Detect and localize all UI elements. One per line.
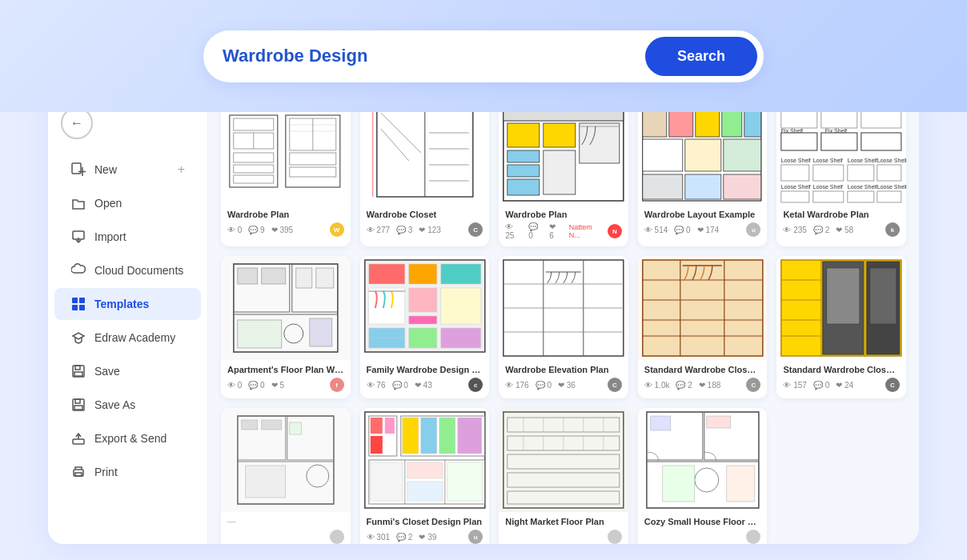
template-card[interactable]: Night Market Floor Plan	[499, 408, 628, 544]
svg-rect-175	[439, 418, 455, 454]
svg-rect-5	[72, 298, 78, 303]
svg-rect-65	[685, 174, 721, 199]
like-count: ❤ 123	[419, 226, 440, 234]
svg-rect-112	[408, 316, 436, 324]
card-info: Wardrobe Plan 👁 0 💬 9 ❤ 395 W	[221, 205, 351, 243]
app-container: ← New + Open Import Cloud Documents	[48, 88, 919, 544]
template-card[interactable]: Standard Wardrobe Closet Plan 👁 157 💬 0 …	[776, 256, 906, 398]
search-input[interactable]	[223, 46, 645, 66]
template-card[interactable]: Standard Wardrobe Closet Design 👁 1.0k 💬…	[638, 256, 768, 398]
search-container: Search	[203, 30, 764, 82]
svg-rect-162	[242, 420, 258, 430]
svg-text:Loose Shelf: Loose Shelf	[813, 158, 843, 163]
svg-rect-74	[861, 110, 901, 128]
search-button[interactable]: Search	[645, 37, 757, 76]
sidebar-item-export[interactable]: Export & Send	[54, 422, 201, 454]
template-card[interactable]: Wardrobe Closet 👁 277 💬 3 ❤ 123 C	[360, 101, 490, 246]
top-bar: Search	[0, 0, 967, 112]
template-card[interactable]: Funmi's Closet Design Plan 👁 301 💬 2 ❤ 3…	[360, 408, 490, 544]
card-meta: 👁 277 💬 3 ❤ 123 C	[367, 222, 484, 237]
svg-rect-26	[234, 175, 274, 183]
template-card[interactable]: Wardrobe Plan 👁 25 💬 0 ❤ 6 Nattem N... N	[499, 101, 628, 246]
tag-badge: Nattem N...	[569, 223, 601, 239]
card-image	[499, 101, 628, 205]
svg-rect-21	[234, 118, 274, 130]
svg-rect-63	[724, 139, 761, 171]
svg-rect-92	[848, 191, 874, 202]
sidebar-item-open[interactable]: Open	[54, 187, 201, 219]
comment-count: 💬 3	[396, 226, 412, 234]
card-meta: 👁 25 💬 0 ❤ 6 Nattem N... N	[505, 222, 622, 240]
sidebar-item-export-label: Export & Send	[94, 432, 167, 445]
cloud-icon	[70, 262, 86, 278]
author-avatar	[330, 530, 344, 544]
card-info: —	[221, 512, 351, 544]
like-count: ❤ 43	[415, 381, 432, 390]
card-meta	[227, 530, 344, 544]
sidebar-item-saveas[interactable]: Save As	[54, 389, 201, 421]
svg-rect-72	[781, 110, 817, 128]
template-card[interactable]: Loose Shelf Loose Shelf Loose Shelf Fix …	[776, 101, 906, 246]
card-meta	[644, 530, 761, 544]
author-avatar: N	[608, 224, 622, 238]
svg-rect-6	[79, 298, 85, 303]
sidebar-item-import[interactable]: Import	[54, 221, 201, 253]
sidebar-item-templates-label: Templates	[94, 298, 149, 310]
svg-rect-163	[262, 420, 282, 430]
svg-rect-111	[408, 288, 436, 312]
card-image	[221, 256, 351, 360]
comment-count: 💬 0	[813, 381, 829, 390]
like-count: ❤ 58	[836, 226, 853, 234]
card-meta: 👁 157 💬 0 ❤ 24 C	[783, 378, 900, 392]
svg-point-206	[695, 468, 719, 492]
svg-text:Loose Shelf: Loose Shelf	[877, 158, 906, 163]
svg-rect-182	[407, 482, 442, 501]
card-info: Funmi's Closet Design Plan 👁 301 💬 2 ❤ 3…	[360, 512, 490, 544]
card-title: Funmi's Closet Design Plan	[367, 517, 484, 526]
svg-rect-117	[440, 328, 480, 348]
svg-rect-10	[75, 366, 80, 370]
card-title: Wardrobe Layout Example	[644, 210, 761, 219]
comment-count: 💬 2	[676, 381, 692, 390]
card-info: Night Market Floor Plan	[499, 512, 628, 544]
card-title: Wardrobe Elevation Plan	[505, 365, 622, 374]
save-icon	[70, 363, 86, 379]
template-card[interactable]: Wardrobe Layout Example 👁 514 💬 0 ❤ 174 …	[638, 101, 768, 246]
svg-rect-33	[290, 167, 336, 177]
sidebar-item-save[interactable]: Save	[54, 355, 201, 387]
sidebar-item-academy[interactable]: Edraw Academy	[54, 322, 201, 354]
like-count: ❤ 24	[836, 381, 853, 390]
view-count: 👁 25	[505, 222, 522, 240]
svg-text:Loose Shelf: Loose Shelf	[781, 184, 811, 190]
svg-rect-82	[781, 165, 809, 181]
sidebar-item-cloud[interactable]: Cloud Documents	[54, 254, 201, 286]
card-image	[360, 408, 490, 512]
template-card[interactable]: Cozy Small House Floor Plan	[638, 408, 768, 544]
sidebar-item-print[interactable]: Print	[54, 456, 201, 488]
template-card[interactable]: Apartment's Floor Plan Without Walls War…	[221, 256, 351, 398]
sidebar-item-templates[interactable]: Templates	[54, 288, 201, 320]
card-title: Apartment's Floor Plan Without Walls War…	[227, 365, 344, 374]
template-card[interactable]: —	[221, 408, 351, 544]
like-count: ❤ 395	[271, 226, 293, 234]
template-card[interactable]: The Wardrobe Plan	[221, 101, 351, 246]
card-info: Cozy Small House Floor Plan	[638, 512, 768, 544]
svg-rect-106	[368, 264, 404, 284]
like-count: ❤ 188	[699, 381, 720, 390]
svg-rect-51	[508, 165, 540, 177]
card-info: Family Wardrobe Design Example 👁 76 💬 0 …	[360, 360, 490, 398]
export-icon	[70, 430, 86, 446]
template-card[interactable]: Family Wardrobe Design Example 👁 76 💬 0 …	[360, 256, 490, 398]
svg-text:Loose Shelf: Loose Shelf	[781, 158, 811, 163]
template-card[interactable]: Wardrobe Elevation Plan 👁 176 💬 0 ❤ 36 C	[499, 256, 628, 398]
svg-rect-66	[724, 174, 761, 199]
back-button[interactable]: ←	[61, 107, 93, 139]
sidebar-item-new[interactable]: New +	[54, 154, 201, 186]
card-image	[221, 408, 351, 512]
author-avatar: k	[885, 222, 900, 237]
svg-rect-172	[370, 436, 382, 454]
card-image	[499, 408, 628, 512]
svg-rect-113	[440, 288, 480, 324]
sidebar-item-import-label: Import	[94, 230, 126, 243]
svg-rect-183	[447, 462, 482, 501]
